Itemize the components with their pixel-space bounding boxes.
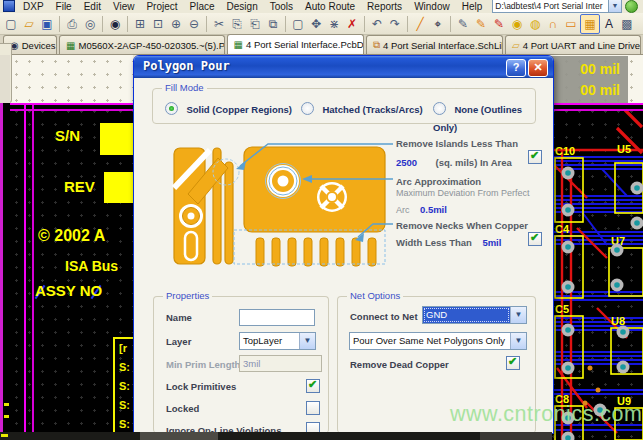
- fit-document-icon[interactable]: ⊞: [131, 15, 149, 33]
- annotation-desc: Arc: [396, 205, 410, 215]
- fit-board-icon[interactable]: ⊡: [149, 15, 167, 33]
- tab-4port-serial-schlib[interactable]: ⧉ 4 Port Serial Interface.SchLib *: [366, 35, 503, 54]
- document-path-combo[interactable]: D:\adbtest\4 Port Serial Inter ▼: [492, 0, 622, 13]
- radio-button-icon[interactable]: [301, 102, 314, 115]
- select-area-icon[interactable]: ▢: [289, 15, 307, 33]
- arc-deviation-value[interactable]: 0.5mil: [420, 204, 447, 215]
- menu-file[interactable]: File: [50, 0, 78, 13]
- deselect-all-icon[interactable]: ⋇: [325, 15, 343, 33]
- neck-width-value[interactable]: 5mil: [482, 237, 501, 248]
- move-object-icon[interactable]: ✥: [307, 15, 325, 33]
- polygon-pour-icon[interactable]: ▦: [580, 14, 600, 34]
- zoom-in-icon[interactable]: ⊕: [167, 15, 185, 33]
- place-string-icon[interactable]: A: [600, 15, 618, 33]
- menu-view[interactable]: View: [107, 0, 141, 13]
- remove-dead-copper-checkbox[interactable]: [506, 356, 520, 370]
- menu-project[interactable]: Project: [140, 0, 183, 13]
- save-document-icon[interactable]: ▣: [38, 15, 56, 33]
- place-arc-icon[interactable]: ∩: [544, 15, 562, 33]
- place-via-icon[interactable]: ◍: [526, 15, 544, 33]
- menu-reports[interactable]: Reports: [361, 0, 408, 13]
- pcb-doc-icon: ▦: [66, 40, 75, 51]
- pour-over-dropdown[interactable]: Pour Over Same Net Polygons Only ▼: [349, 332, 527, 350]
- interactive-routing-icon[interactable]: ╱: [411, 15, 429, 33]
- islands-area-value[interactable]: 2500: [396, 157, 417, 168]
- annotation-line2: Width Less Than: [396, 237, 472, 248]
- heads-up-display: 00 mil 00 mil: [551, 56, 628, 103]
- board-insight-icon[interactable]: ◉: [106, 15, 124, 33]
- pcb-board-right[interactable]: C10 U5 C4 U7 C5 U8 C8 U9: [547, 105, 643, 440]
- place-component-icon[interactable]: ▩: [618, 15, 636, 33]
- menu-auto-route[interactable]: Auto Route: [299, 0, 361, 13]
- annotation-title: Remove Necks When Copper: [396, 220, 548, 232]
- menu-design[interactable]: Design: [221, 0, 264, 13]
- open-document-icon[interactable]: ▱: [20, 15, 38, 33]
- silkscreen-box-line: S:: [119, 358, 133, 377]
- silkscreen-rev-field: [104, 172, 133, 203]
- place-fill-icon[interactable]: ▭: [562, 15, 580, 33]
- clear-filter-icon[interactable]: ✗: [343, 15, 361, 33]
- silkscreen-table-box: [r S: S: S: S:: [113, 337, 133, 432]
- place-multi-trace-icon[interactable]: ✎: [490, 15, 508, 33]
- tab-4port-serial-pcbdoc[interactable]: ▦ 4 Port Serial Interface.PcbDoc: [227, 34, 364, 54]
- lock-primitives-checkbox[interactable]: [306, 379, 320, 393]
- dialog-titlebar[interactable]: Polygon Pour ? ✕: [134, 56, 553, 78]
- print-icon[interactable]: ⎙: [63, 15, 81, 33]
- connect-to-net-dropdown[interactable]: GND ▼: [422, 306, 527, 324]
- strip-segment: [480, 432, 552, 440]
- redo-icon[interactable]: ↷: [386, 15, 404, 33]
- keepout-line: [32, 105, 34, 432]
- new-document-icon[interactable]: ▢: [2, 15, 20, 33]
- paste-array-icon[interactable]: ⧉: [264, 15, 282, 33]
- zoom-selection-icon[interactable]: ⊖: [185, 15, 203, 33]
- tab-m0560x-pcb[interactable]: ▦ M0560X-2AGP-450-020305.~(5).PCB: [59, 35, 224, 54]
- chevron-down-icon[interactable]: ▼: [510, 333, 526, 349]
- help-button[interactable]: ?: [506, 59, 526, 77]
- pcb-canvas-margin-left[interactable]: [10, 55, 133, 103]
- pcb-board-left[interactable]: S/N REV © 2002 A ISA Bus ASSY NO [r S: S…: [10, 105, 133, 432]
- remove-islands-checkbox[interactable]: [528, 150, 542, 164]
- menu-dxp[interactable]: DXP: [17, 0, 50, 13]
- menu-place[interactable]: Place: [184, 0, 221, 13]
- find-similar-icon[interactable]: ⌖: [429, 15, 447, 33]
- menu-edit[interactable]: Edit: [78, 0, 107, 13]
- place-pad-icon[interactable]: ◉: [508, 15, 526, 33]
- place-differential-pair-icon[interactable]: ✎: [472, 15, 490, 33]
- undo-icon[interactable]: ↶: [368, 15, 386, 33]
- radio-button-icon[interactable]: [165, 102, 178, 115]
- silkscreen-dash: [4, 403, 9, 406]
- radio-hatched[interactable]: Hatched (Tracks/Arcs): [301, 99, 423, 117]
- place-track-icon[interactable]: ✎: [454, 15, 472, 33]
- silkscreen-box-line: S:: [119, 396, 133, 415]
- radio-button-icon[interactable]: [433, 102, 446, 115]
- min-prim-length-label: Min Prim Length: [166, 359, 240, 370]
- menu-tools[interactable]: Tools: [264, 0, 299, 13]
- locked-checkbox[interactable]: [306, 401, 320, 415]
- radio-none[interactable]: None (Outlines Only): [433, 99, 535, 135]
- refdes-c5: C5: [555, 303, 569, 315]
- folder-icon: ▱: [512, 40, 520, 51]
- refdes-c10: C10: [555, 145, 575, 157]
- main-toolbar: ▢ ▱ ▣ ⎙ ◎ ◉ ⊞ ⊡ ⊕ ⊖ ✂ ⎘ ⎗ ⧉ ▢ ✥ ⋇ ✗ ↶ ↷ …: [0, 13, 643, 35]
- remove-necks-checkbox[interactable]: [528, 232, 542, 246]
- copy-icon[interactable]: ⎘: [228, 15, 246, 33]
- cut-icon[interactable]: ✂: [210, 15, 228, 33]
- print-preview-icon[interactable]: ◎: [81, 15, 99, 33]
- chevron-down-icon[interactable]: ▼: [608, 0, 622, 12]
- menu-help[interactable]: Help: [456, 0, 489, 13]
- bottom-edge-strip: [0, 432, 552, 440]
- help-advisor-icon[interactable]: [625, 0, 638, 13]
- annotation-desc: Maximum Deviation From Perfect: [396, 188, 548, 199]
- menu-window[interactable]: Window: [408, 0, 456, 13]
- polygon-pour-dialog: Polygon Pour ? ✕ Fill Mode Solid (Copper…: [133, 55, 554, 434]
- chevron-down-icon[interactable]: ▼: [510, 307, 526, 323]
- connect-to-net-label: Connect to Net: [350, 311, 418, 322]
- tab-4port-uart[interactable]: ▱ 4 Port UART and Line Drivers.: [505, 35, 641, 54]
- radio-solid[interactable]: Solid (Copper Regions): [165, 99, 292, 117]
- layer-dropdown[interactable]: TopLayer ▼: [239, 332, 316, 350]
- close-button[interactable]: ✕: [528, 59, 548, 77]
- copper-necks: [256, 238, 376, 266]
- chevron-down-icon[interactable]: ▼: [299, 333, 315, 349]
- name-input[interactable]: [239, 309, 315, 326]
- paste-icon[interactable]: ⎗: [246, 15, 264, 33]
